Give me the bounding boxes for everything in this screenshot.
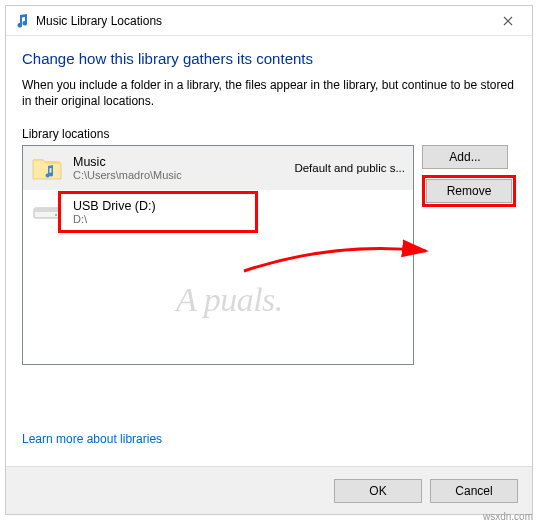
learn-more-link[interactable]: Learn more about libraries — [22, 432, 516, 446]
locations-label: Library locations — [22, 127, 516, 141]
dialog-window: Music Library Locations Change how this … — [5, 5, 533, 515]
body-row: Music C:\Users\madro\Music Default and p… — [22, 145, 516, 365]
row-text: Music C:\Users\madro\Music — [73, 156, 294, 182]
ok-button[interactable]: OK — [334, 479, 422, 503]
window-title: Music Library Locations — [36, 14, 485, 28]
location-path: D:\ — [73, 213, 405, 225]
remove-button[interactable]: Remove — [426, 179, 512, 203]
source-credit: wsxdn.com — [483, 511, 533, 522]
svg-rect-1 — [34, 208, 60, 212]
description-text: When you include a folder in a library, … — [22, 77, 516, 109]
locations-list[interactable]: Music C:\Users\madro\Music Default and p… — [22, 145, 414, 365]
close-button[interactable] — [485, 7, 530, 35]
list-item-usb[interactable]: USB Drive (D:) D:\ — [23, 190, 413, 234]
dialog-footer: OK Cancel — [6, 466, 532, 514]
location-name: USB Drive (D:) — [73, 200, 405, 214]
add-button[interactable]: Add... — [422, 145, 508, 169]
cancel-button[interactable]: Cancel — [430, 479, 518, 503]
location-name: Music — [73, 156, 294, 170]
page-heading: Change how this library gathers its cont… — [22, 50, 516, 67]
annotation-highlight-remove: Remove — [422, 175, 516, 207]
row-text: USB Drive (D:) D:\ — [73, 200, 405, 226]
titlebar: Music Library Locations — [6, 6, 532, 36]
location-path: C:\Users\madro\Music — [73, 169, 294, 181]
drive-icon — [31, 196, 63, 228]
location-meta: Default and public s... — [294, 162, 405, 174]
side-buttons: Add... Remove — [422, 145, 516, 365]
music-note-icon — [14, 13, 30, 29]
folder-music-icon — [31, 152, 63, 184]
dialog-content: Change how this library gathers its cont… — [6, 36, 532, 466]
svg-point-2 — [55, 214, 57, 216]
list-item-music[interactable]: Music C:\Users\madro\Music Default and p… — [23, 146, 413, 190]
